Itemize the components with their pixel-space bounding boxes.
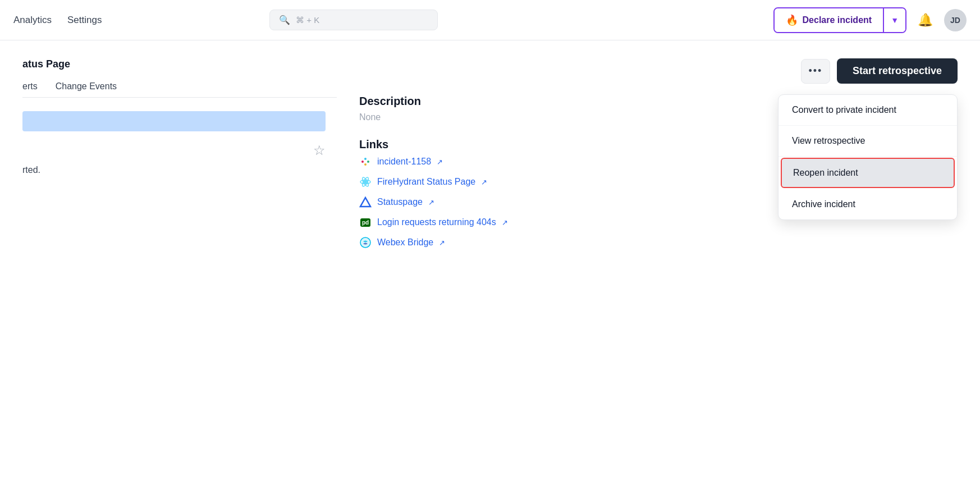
react-icon: [359, 176, 372, 188]
nav-analytics[interactable]: Analytics: [13, 15, 52, 26]
link-label-firehydrant: FireHydrant Status Page: [377, 177, 475, 187]
star-area: ☆: [22, 143, 337, 158]
link-item-webex[interactable]: Webex Bridge ↗: [359, 236, 958, 249]
declare-incident-button-group: 🔥 Declare incident ▼: [773, 7, 906, 33]
blue-highlight-bar: [22, 111, 326, 131]
search-placeholder-text: ⌘ + K: [296, 15, 428, 25]
navbar-right: 🔥 Declare incident ▼ 🔔 JD: [773, 7, 967, 33]
start-retrospective-label: Start retrospective: [853, 65, 942, 76]
more-options-button[interactable]: •••: [801, 59, 830, 84]
notifications-bell-button[interactable]: 🔔: [913, 8, 937, 32]
external-link-icon-slack: ↗: [437, 158, 443, 166]
fire-icon: 🔥: [786, 14, 798, 26]
started-text: rted.: [22, 165, 337, 175]
reopen-incident-label: Reopen incident: [793, 168, 858, 177]
bell-icon: 🔔: [918, 13, 933, 27]
link-label-pagerduty: Login requests returning 404s: [377, 217, 496, 227]
tab-alerts[interactable]: erts: [22, 81, 38, 97]
navbar-center: 🔍 ⌘ + K: [269, 10, 438, 30]
pagerduty-icon: pd: [359, 216, 372, 228]
webex-icon: [359, 236, 372, 249]
link-label-statuspage: Statuspage: [377, 197, 423, 207]
external-link-icon-pagerduty: ↗: [502, 218, 508, 227]
user-avatar[interactable]: JD: [944, 9, 967, 31]
dropdown-item-convert[interactable]: Convert to private incident: [778, 95, 957, 126]
search-box[interactable]: 🔍 ⌘ + K: [269, 10, 438, 30]
external-link-icon-firehydrant: ↗: [481, 178, 487, 186]
toolbar-row: ••• Start retrospective Convert to priva…: [359, 58, 958, 84]
navbar: Analytics Settings 🔍 ⌘ + K 🔥 Declare inc…: [0, 0, 980, 40]
link-label-webex: Webex Bridge: [377, 237, 433, 248]
external-link-icon-statuspage: ↗: [428, 198, 434, 207]
left-column: atus Page erts Change Events ☆ rted.: [22, 58, 337, 257]
tab-change-events[interactable]: Change Events: [56, 81, 117, 97]
chevron-down-icon: ▼: [891, 16, 899, 25]
nav-links: Analytics Settings: [13, 15, 102, 26]
svg-rect-2: [367, 161, 369, 163]
start-retrospective-button[interactable]: Start retrospective: [837, 58, 958, 84]
page-content: atus Page erts Change Events ☆ rted. •••…: [0, 40, 980, 275]
tabs-row: erts Change Events: [22, 81, 337, 98]
nav-settings[interactable]: Settings: [67, 15, 102, 26]
declare-incident-label: Declare incident: [803, 15, 872, 25]
ellipsis-icon: •••: [808, 65, 822, 77]
statuspage-icon: [359, 196, 372, 208]
external-link-icon-webex: ↗: [439, 239, 445, 247]
dropdown-menu: Convert to private incident View retrosp…: [778, 94, 958, 220]
search-icon: 🔍: [279, 15, 290, 25]
dropdown-item-archive[interactable]: Archive incident: [778, 189, 957, 219]
svg-rect-1: [364, 158, 367, 160]
declare-incident-chevron-button[interactable]: ▼: [883, 8, 905, 32]
svg-rect-0: [361, 161, 364, 163]
archive-incident-label: Archive incident: [792, 199, 855, 209]
dropdown-item-view-retro[interactable]: View retrospective: [778, 126, 957, 157]
dropdown-item-reopen[interactable]: Reopen incident: [781, 158, 955, 188]
link-label-slack: incident-1158: [377, 157, 431, 167]
declare-incident-main-button[interactable]: 🔥 Declare incident: [775, 8, 883, 32]
svg-rect-3: [364, 163, 367, 166]
status-page-label: atus Page: [22, 58, 337, 70]
right-column: ••• Start retrospective Convert to priva…: [359, 58, 958, 257]
view-retrospective-label: View retrospective: [792, 136, 865, 145]
star-icon[interactable]: ☆: [313, 143, 326, 158]
convert-private-label: Convert to private incident: [792, 105, 896, 115]
slack-icon: [359, 155, 372, 168]
svg-marker-8: [360, 198, 370, 207]
